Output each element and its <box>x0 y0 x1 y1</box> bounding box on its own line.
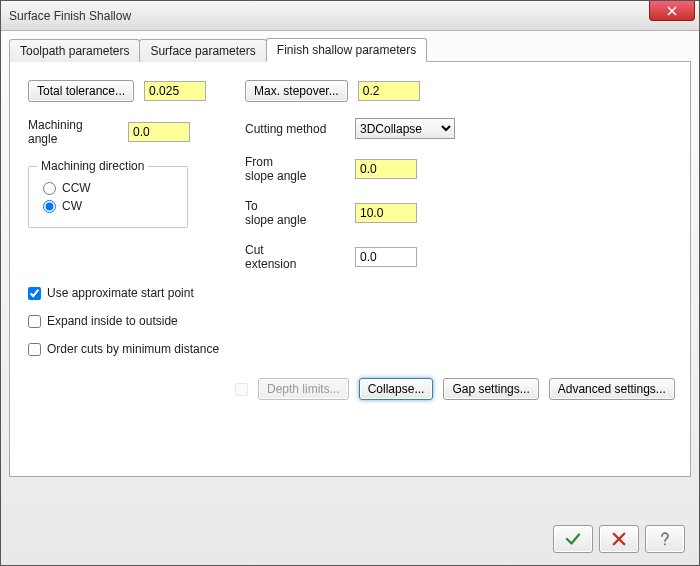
radio-cw-label: CW <box>62 199 82 213</box>
close-icon <box>667 6 677 16</box>
to-slope-label: To slope angle <box>245 199 345 227</box>
to-slope-input[interactable] <box>355 203 417 223</box>
dialog-footer <box>553 525 685 553</box>
machining-angle-input[interactable] <box>128 122 190 142</box>
collapse-button[interactable]: Collapse... <box>359 378 434 400</box>
max-stepover-input[interactable] <box>358 81 420 101</box>
svg-point-0 <box>664 543 666 545</box>
close-button[interactable] <box>649 1 695 21</box>
check-expand-inside-outside[interactable]: Expand inside to outside <box>28 314 288 328</box>
machining-direction-group: Machining direction CCW CW <box>28 166 188 228</box>
dialog-window: Surface Finish Shallow Toolpath paramete… <box>0 0 700 566</box>
radio-cw[interactable]: CW <box>43 199 173 213</box>
ok-button[interactable] <box>553 525 593 553</box>
machining-angle-label: Machining angle <box>28 118 118 146</box>
depth-limits-button: Depth limits... <box>258 378 349 400</box>
check-expand-label: Expand inside to outside <box>47 314 178 328</box>
radio-ccw-input[interactable] <box>43 182 56 195</box>
gap-settings-button[interactable]: Gap settings... <box>443 378 538 400</box>
tab-finish-shallow-parameters[interactable]: Finish shallow parameters <box>266 38 427 62</box>
tab-toolpath-parameters[interactable]: Toolpath parameters <box>9 39 140 62</box>
radio-ccw[interactable]: CCW <box>43 181 173 195</box>
machining-direction-legend: Machining direction <box>37 159 148 173</box>
client-area: Toolpath parameters Surface parameters F… <box>9 37 691 477</box>
left-column: Total tolerance... Machining angle Machi… <box>28 80 238 228</box>
check-depth-limits-input <box>235 383 248 396</box>
total-tolerance-input[interactable] <box>144 81 206 101</box>
cut-extension-label: Cut extension <box>245 243 345 271</box>
check-expand-input[interactable] <box>28 315 41 328</box>
cut-extension-input[interactable] <box>355 247 417 267</box>
check-order-cuts[interactable]: Order cuts by minimum distance <box>28 342 288 356</box>
tab-panel: Total tolerance... Machining angle Machi… <box>9 61 691 477</box>
from-slope-label: From slope angle <box>245 155 345 183</box>
advanced-settings-button[interactable]: Advanced settings... <box>549 378 675 400</box>
radio-cw-input[interactable] <box>43 200 56 213</box>
right-column: Max. stepover... Cutting method 3DCollap… <box>245 80 505 271</box>
total-tolerance-button[interactable]: Total tolerance... <box>28 80 134 102</box>
tab-surface-parameters[interactable]: Surface parameters <box>139 39 266 62</box>
help-button[interactable] <box>645 525 685 553</box>
titlebar: Surface Finish Shallow <box>1 1 699 31</box>
tab-strip: Toolpath parameters Surface parameters F… <box>9 37 691 61</box>
check-depth-limits-enable <box>235 383 248 396</box>
check-approx-start-input[interactable] <box>28 287 41 300</box>
cutting-method-select[interactable]: 3DCollapse <box>355 118 455 139</box>
check-order-cuts-label: Order cuts by minimum distance <box>47 342 219 356</box>
check-approx-start-label: Use approximate start point <box>47 286 194 300</box>
lower-button-row: Depth limits... Collapse... Gap settings… <box>235 378 675 400</box>
cutting-method-label: Cutting method <box>245 122 345 136</box>
help-icon <box>656 530 674 548</box>
max-stepover-button[interactable]: Max. stepover... <box>245 80 348 102</box>
check-approx-start[interactable]: Use approximate start point <box>28 286 288 300</box>
checkbox-column: Use approximate start point Expand insid… <box>28 282 288 360</box>
radio-ccw-label: CCW <box>62 181 91 195</box>
from-slope-input[interactable] <box>355 159 417 179</box>
cancel-button[interactable] <box>599 525 639 553</box>
check-order-cuts-input[interactable] <box>28 343 41 356</box>
check-icon <box>564 530 582 548</box>
window-title: Surface Finish Shallow <box>9 9 131 23</box>
cancel-icon <box>610 530 628 548</box>
